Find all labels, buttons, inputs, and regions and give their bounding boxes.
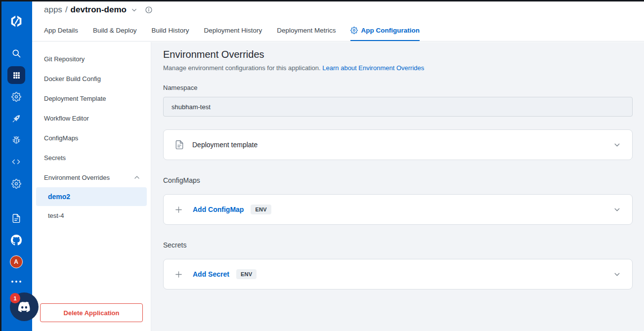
file-icon	[174, 140, 184, 150]
plus-icon	[174, 206, 183, 214]
configmaps-heading: ConfigMaps	[163, 176, 633, 184]
environment-overrides-panel: Environment Overrides Manage environment…	[151, 42, 644, 331]
breadcrumb: apps / devtron-demo	[44, 5, 153, 15]
deployment-template-card[interactable]: Deployment template	[163, 129, 633, 160]
sidebar-item-docker-build-config[interactable]: Docker Build Config	[32, 69, 151, 88]
add-secret-button[interactable]: Add Secret	[193, 270, 229, 278]
secrets-heading: Secrets	[163, 241, 633, 249]
chevron-down-icon[interactable]	[613, 270, 621, 279]
namespace-input	[163, 97, 633, 117]
sidebar-item-environment-overrides[interactable]: Environment Overrides	[32, 167, 151, 187]
delete-application-button[interactable]: Delete Application	[40, 303, 143, 322]
icon-rail: A	[0, 0, 32, 331]
namespace-label: Namespace	[163, 84, 633, 91]
app-info-icon[interactable]	[145, 6, 153, 14]
learn-more-link[interactable]: Learn about Environment Overrides	[322, 64, 424, 72]
tab-build-deploy[interactable]: Build & Deploy	[93, 27, 137, 41]
devtron-logo[interactable]	[0, 14, 32, 29]
documentation-icon[interactable]	[0, 213, 32, 223]
tab-deployment-metrics[interactable]: Deployment Metrics	[277, 27, 336, 41]
window-edge-top	[0, 0, 644, 1]
breadcrumb-separator: /	[65, 5, 68, 15]
user-avatar[interactable]: A	[0, 255, 32, 268]
app-tabs: App Details Build & Deploy Build History…	[44, 27, 420, 41]
breadcrumb-app-name: devtron-demo	[71, 5, 127, 15]
sidebar-item-workflow-editor[interactable]: Workflow Editor	[32, 108, 151, 128]
chevron-down-icon[interactable]	[613, 141, 621, 149]
discord-notification-badge: 1	[10, 293, 20, 303]
bug-icon[interactable]	[0, 135, 32, 145]
global-config-gear-icon[interactable]	[0, 179, 32, 189]
add-configmap-card[interactable]: Add ConfigMap ENV	[163, 194, 633, 225]
sidebar-item-configmaps[interactable]: ConfigMaps	[32, 128, 151, 148]
gear-icon	[350, 27, 358, 34]
env-badge: ENV	[251, 205, 271, 214]
tab-app-configuration[interactable]: App Configuration	[350, 27, 419, 41]
github-icon[interactable]	[0, 235, 32, 246]
applications-grid-icon[interactable]	[7, 66, 25, 84]
tab-build-history[interactable]: Build History	[152, 27, 189, 41]
environment-item-test-4[interactable]: test-4	[36, 206, 147, 225]
page-title: Environment Overrides	[163, 49, 633, 60]
rocket-icon[interactable]	[0, 114, 32, 124]
sidebar-item-git-repository[interactable]: Git Repository	[32, 49, 151, 69]
add-secret-card[interactable]: Add Secret ENV	[163, 259, 633, 290]
discord-icon	[16, 301, 32, 313]
discord-button[interactable]: 1	[10, 292, 39, 321]
breadcrumb-section[interactable]: apps	[44, 5, 62, 15]
charts-gear-icon[interactable]	[0, 92, 32, 102]
sidebar-item-secrets[interactable]: Secrets	[32, 148, 151, 167]
code-icon[interactable]	[0, 157, 32, 166]
sidebar-item-deployment-template[interactable]: Deployment Template	[32, 88, 151, 108]
config-sidebar: Git Repository Docker Build Config Deplo…	[32, 42, 151, 331]
plus-icon	[174, 270, 183, 279]
page-subtitle: Manage environment configurations for th…	[163, 64, 633, 72]
tab-app-details[interactable]: App Details	[44, 27, 78, 41]
search-icon[interactable]	[0, 48, 32, 58]
chevron-up-icon	[133, 173, 141, 181]
chevron-down-icon[interactable]	[613, 206, 621, 214]
env-badge: ENV	[236, 269, 257, 279]
tab-deployment-history[interactable]: Deployment History	[204, 27, 262, 41]
add-configmap-button[interactable]: Add ConfigMap	[193, 206, 244, 213]
app-switcher-caret-icon[interactable]	[130, 6, 138, 14]
app-header: apps / devtron-demo App Details Build & …	[32, 0, 644, 41]
environment-item-demo2[interactable]: demo2	[36, 187, 147, 206]
deployment-template-label: Deployment template	[192, 141, 258, 149]
more-options-icon[interactable]	[0, 281, 32, 283]
avatar-initial: A	[10, 255, 23, 268]
window-edge-left	[0, 0, 1, 331]
